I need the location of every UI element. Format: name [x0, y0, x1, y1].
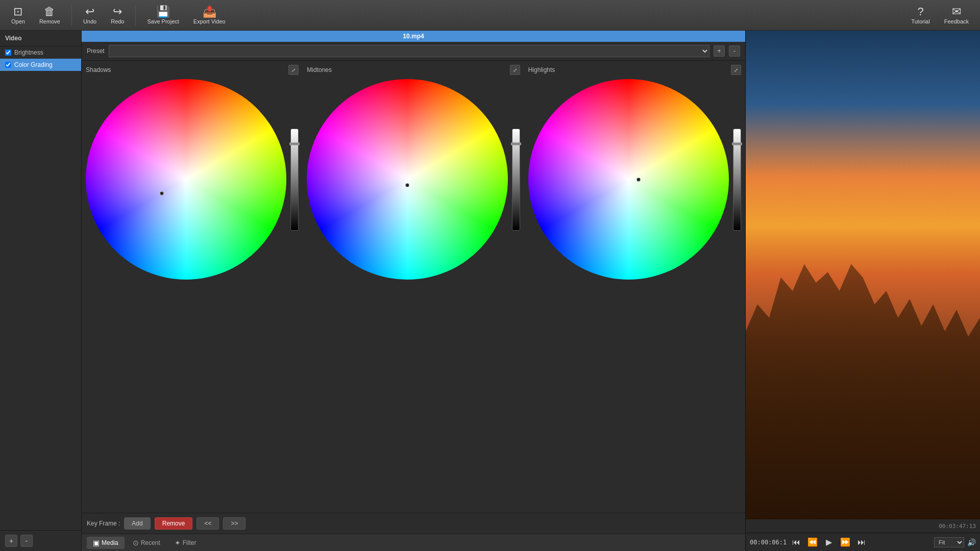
tab-recent[interactable]: ⊙ Recent: [127, 537, 166, 549]
color-grading-label: Color Grading: [14, 61, 53, 68]
open-button[interactable]: ⊡ Open: [5, 4, 31, 27]
open-label: Open: [11, 18, 25, 24]
redo-label: Redo: [111, 18, 124, 24]
sidebar-item-brightness[interactable]: Brightness: [0, 46, 81, 59]
tab-filter-label: Filter: [183, 539, 197, 546]
step-back-button[interactable]: ⏪: [806, 536, 819, 549]
redo-button[interactable]: ↪ Redo: [105, 4, 130, 27]
tab-filter[interactable]: ✦ Filter: [168, 537, 203, 549]
midtones-wheel-with-slider: [307, 79, 520, 280]
go-start-button[interactable]: ⏮: [790, 536, 803, 549]
preset-label: Preset: [87, 47, 105, 55]
highlights-slider-thumb[interactable]: [732, 142, 742, 145]
toolbar-right: ? Tutorial ✉ Feedback: [905, 4, 975, 27]
preview-controls: 00:00:06:1 ⏮ ⏪ ▶ ⏩ ⏭ Fit 100% 50% 🔊: [746, 533, 980, 551]
brightness-checkbox[interactable]: [5, 49, 11, 56]
shadows-slider-track[interactable]: [290, 129, 299, 231]
fit-select[interactable]: Fit 100% 50%: [934, 537, 964, 547]
sidebar-item-color-grading[interactable]: Color Grading: [0, 59, 81, 71]
add-effect-button[interactable]: +: [5, 535, 17, 547]
tutorial-icon: ?: [917, 6, 923, 17]
midtones-slider-track[interactable]: [512, 129, 520, 231]
export-label: Export Video: [193, 18, 226, 24]
recent-icon: ⊙: [133, 539, 139, 547]
keyframe-next-button[interactable]: >>: [223, 517, 246, 530]
step-forward-button[interactable]: ⏩: [839, 536, 852, 549]
midtones-expand-button[interactable]: ⤢: [510, 65, 520, 75]
main-toolbar: ⊡ Open 🗑 Remove ↩ Undo ↪ Redo 💾 Save Pro…: [0, 0, 980, 31]
preset-remove-button[interactable]: -: [729, 45, 740, 57]
midtones-label: Midtones: [307, 66, 332, 73]
highlights-section: Highlights ⤢: [524, 61, 745, 513]
save-button[interactable]: 💾 Save Project: [141, 4, 185, 27]
midtones-wheel-dot[interactable]: [405, 183, 409, 187]
save-icon: 💾: [156, 6, 170, 17]
shadows-label: Shadows: [86, 66, 111, 73]
export-icon: 📤: [203, 6, 216, 17]
undo-button[interactable]: ↩ Undo: [77, 4, 103, 27]
remove-label: Remove: [39, 18, 60, 24]
open-icon: ⊡: [13, 6, 22, 17]
keyframe-prev-button[interactable]: <<: [197, 517, 219, 530]
feedback-button[interactable]: ✉ Feedback: [938, 4, 975, 27]
media-tabs-bar: ▣ Media ⊙ Recent ✦ Filter: [82, 534, 745, 551]
left-panel-header: Video: [0, 31, 81, 46]
tutorial-label: Tutorial: [911, 18, 929, 24]
midtones-section: Midtones ⤢: [303, 61, 524, 513]
color-grading-checkbox[interactable]: [5, 62, 11, 68]
shadows-wheel-dot[interactable]: [160, 191, 164, 195]
main-area: Video Brightness Color Grading + - 10.mp…: [0, 31, 980, 551]
keyframe-label: Key Frame :: [87, 520, 120, 527]
total-time-label: 00:03:47:13: [939, 523, 976, 530]
undo-icon: ↩: [85, 6, 94, 17]
shadows-color-wheel[interactable]: [86, 79, 286, 280]
remove-effect-button[interactable]: -: [20, 535, 33, 547]
redo-icon: ↪: [113, 6, 122, 17]
feedback-label: Feedback: [944, 18, 969, 24]
shadows-wheel-container: [86, 79, 286, 280]
highlights-color-wheel[interactable]: [528, 79, 729, 280]
preview-image: [746, 31, 980, 519]
tutorial-button[interactable]: ? Tutorial: [905, 4, 936, 27]
highlights-expand-button[interactable]: ⤢: [731, 65, 741, 75]
highlights-label: Highlights: [528, 66, 555, 73]
preset-select[interactable]: [109, 45, 709, 57]
right-panel: 00:03:47:13 00:00:06:1 ⏮ ⏪ ▶ ⏩ ⏭ Fit 100…: [745, 31, 980, 551]
media-icon: ▣: [93, 539, 100, 547]
feedback-icon: ✉: [952, 6, 961, 17]
wheels-container: Shadows ⤢ Midtones: [82, 61, 745, 513]
highlights-slider-track[interactable]: [733, 129, 741, 231]
go-end-button[interactable]: ⏭: [855, 536, 868, 549]
shadows-wheel-with-slider: [86, 79, 299, 280]
brightness-label: Brightness: [14, 49, 43, 56]
export-button[interactable]: 📤 Export Video: [187, 4, 232, 27]
volume-button[interactable]: 🔊: [967, 538, 976, 546]
keyframe-add-button[interactable]: Add: [124, 517, 150, 530]
remove-button[interactable]: 🗑 Remove: [33, 4, 66, 27]
undo-label: Undo: [83, 18, 96, 24]
midtones-slider-thumb[interactable]: [511, 142, 521, 145]
preset-add-button[interactable]: +: [714, 45, 725, 57]
midtones-wheel-container: [307, 79, 507, 280]
midtones-header: Midtones ⤢: [307, 65, 520, 75]
preview-area: [746, 31, 980, 519]
keyframe-remove-button[interactable]: Remove: [155, 517, 193, 530]
shadows-section: Shadows ⤢: [82, 61, 303, 513]
toolbar-sep-1: [71, 5, 72, 26]
toolbar-sep-2: [135, 5, 136, 26]
tab-media-label: Media: [102, 539, 118, 546]
center-panel: 10.mp4 Preset + - Shadows ⤢: [82, 31, 745, 551]
tab-media[interactable]: ▣ Media: [87, 537, 125, 549]
highlights-wheel-dot[interactable]: [636, 178, 641, 182]
file-bar: 10.mp4: [82, 31, 745, 42]
shadows-header: Shadows ⤢: [86, 65, 299, 75]
filter-icon: ✦: [175, 539, 181, 547]
highlights-wheel-container: [528, 79, 729, 280]
highlights-wheel-with-slider: [528, 79, 741, 280]
play-button[interactable]: ▶: [822, 536, 836, 549]
highlights-header: Highlights ⤢: [528, 65, 741, 75]
shadows-slider-thumb[interactable]: [289, 142, 300, 145]
keyframe-bar: Key Frame : Add Remove << >>: [82, 513, 745, 534]
shadows-expand-button[interactable]: ⤢: [288, 65, 299, 75]
midtones-color-wheel[interactable]: [307, 79, 507, 280]
